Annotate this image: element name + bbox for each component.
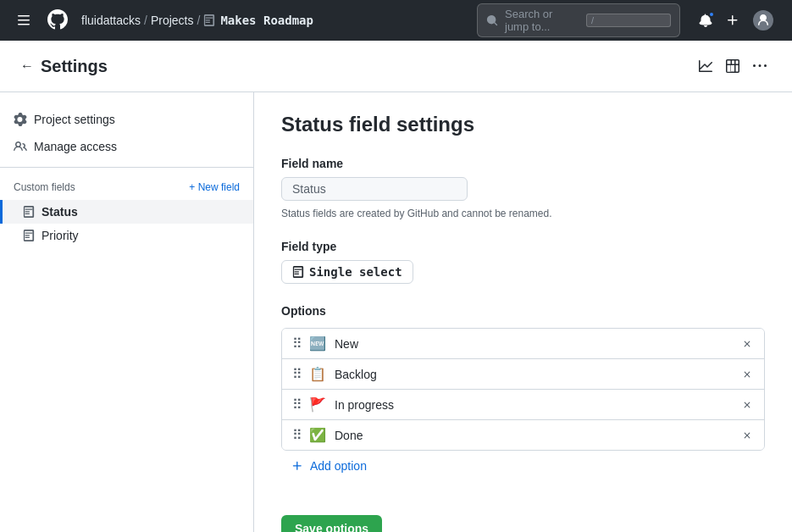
options-label: Options (281, 304, 765, 318)
sidebar-item-project-settings[interactable]: Project settings (0, 106, 253, 133)
option-remove-button[interactable] (740, 368, 754, 381)
field-name-label: Field name (281, 157, 765, 170)
field-name-section: Field name Status fields are created by … (281, 157, 765, 219)
search-placeholder: Search or jump to... (505, 8, 579, 33)
add-option-label: Add option (310, 459, 367, 473)
sidebar-field-status[interactable]: Status (0, 200, 253, 224)
main-layout: Project settings Manage access Custom fi… (0, 92, 792, 532)
option-row: ⠿ 🚩 (282, 390, 764, 420)
page-header-left: ← Settings (20, 57, 108, 76)
project-settings-label: Project settings (34, 113, 115, 126)
search-bar[interactable]: Search or jump to... / (477, 3, 680, 37)
page-title: Settings (41, 57, 108, 76)
project-link[interactable]: Makes Roadmap (203, 14, 313, 27)
sidebar-divider (0, 167, 253, 168)
hamburger-button[interactable] (14, 10, 34, 30)
drag-handle[interactable]: ⠿ (292, 427, 302, 443)
field-name: Priority (42, 229, 79, 242)
breadcrumb: fluidattacks / Projects / Makes Roadmap (81, 14, 313, 27)
custom-fields-header: Custom fields + New field (0, 175, 253, 200)
custom-fields-label: Custom fields (14, 181, 75, 193)
option-remove-button[interactable] (740, 398, 754, 412)
option-name-input[interactable] (335, 337, 734, 351)
sidebar-nav-section: Project settings Manage access (0, 106, 253, 160)
more-options-button[interactable] (748, 54, 772, 78)
drag-handle[interactable]: ⠿ (292, 396, 302, 413)
option-emoji: 🆕 (309, 335, 326, 352)
sidebar: Project settings Manage access Custom fi… (0, 92, 254, 532)
avatar-button[interactable] (748, 5, 778, 36)
field-name-help: Status fields are created by GitHub and … (281, 208, 765, 219)
add-button[interactable] (721, 8, 745, 32)
drag-handle[interactable]: ⠿ (292, 366, 302, 382)
field-type-section: Field type Single select (281, 240, 765, 284)
sidebar-field-priority[interactable]: Priority (0, 224, 253, 247)
sidebar-item-manage-access[interactable]: Manage access (0, 133, 253, 160)
options-list: ⠿ 🆕 ⠿ 📋 ⠿ 🚩 (281, 328, 765, 451)
option-emoji: ✅ (309, 427, 326, 443)
field-icon (23, 230, 35, 241)
content-title: Status field settings (281, 113, 765, 136)
field-type-label: Field type (281, 240, 765, 253)
option-row: ⠿ ✅ (282, 420, 764, 450)
option-emoji: 🚩 (309, 396, 326, 413)
option-remove-button[interactable] (740, 429, 754, 442)
field-name-input (281, 177, 468, 201)
chart-icon-button[interactable] (694, 54, 717, 78)
notification-dot (708, 11, 715, 18)
field-type-value: Single select (309, 265, 402, 279)
fields-list: Status Priority (0, 200, 253, 247)
gear-icon (14, 113, 27, 126)
top-navigation: fluidattacks / Projects / Makes Roadmap … (0, 0, 792, 41)
option-row: ⠿ 📋 (282, 359, 764, 390)
option-row: ⠿ 🆕 (282, 329, 764, 359)
topnav-actions (694, 5, 778, 36)
page-header: ← Settings (0, 41, 792, 92)
options-section: Options ⠿ 🆕 ⠿ 📋 ⠿ 🚩 (281, 304, 765, 481)
avatar (753, 10, 773, 30)
notifications-button[interactable] (694, 8, 717, 32)
option-name-input[interactable] (335, 398, 734, 412)
table-icon-button[interactable] (721, 54, 745, 78)
search-kbd: / (586, 14, 671, 27)
save-options-button[interactable]: Save options (281, 515, 382, 532)
drag-handle[interactable]: ⠿ (292, 335, 302, 352)
project-name: Makes Roadmap (220, 14, 313, 27)
new-field-button[interactable]: + New field (189, 181, 240, 193)
add-option-row[interactable]: Add option (281, 451, 765, 481)
org-link[interactable]: fluidattacks (81, 14, 141, 27)
projects-link[interactable]: Projects (151, 14, 194, 27)
main-content: Status field settings Field name Status … (254, 92, 792, 532)
option-name-input[interactable] (335, 429, 734, 442)
page-header-actions (694, 54, 772, 78)
option-remove-button[interactable] (740, 337, 754, 351)
back-button[interactable]: ← (20, 58, 34, 74)
people-icon (14, 140, 27, 153)
field-name: Status (42, 205, 78, 219)
field-icon (23, 206, 35, 218)
field-type-button[interactable]: Single select (281, 260, 413, 284)
option-emoji: 📋 (309, 366, 326, 382)
option-name-input[interactable] (335, 368, 734, 381)
manage-access-label: Manage access (34, 140, 117, 153)
github-logo[interactable] (47, 9, 68, 32)
